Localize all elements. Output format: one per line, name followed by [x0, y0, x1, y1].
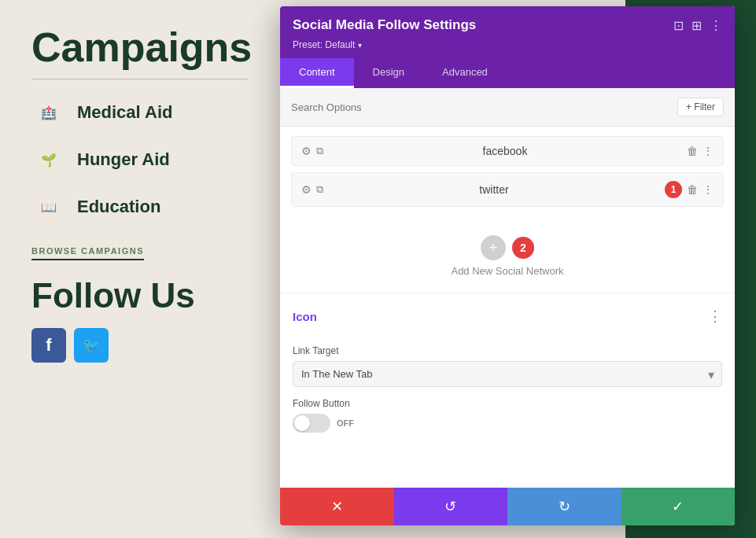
follow-button-field: Follow Button OFF	[280, 398, 735, 444]
toggle-knob	[294, 415, 310, 431]
add-social-label: Add New Social Network	[451, 265, 563, 277]
modal-body: + Filter ⚙ ⧉ facebook 🗑 ⋮ ⚙	[280, 88, 735, 488]
facebook-icon: f	[31, 328, 66, 363]
search-bar: + Filter	[280, 88, 735, 127]
toggle-off-label: OFF	[337, 418, 354, 428]
filter-button[interactable]: + Filter	[677, 98, 724, 116]
social-item-twitter: ⚙ ⧉ twitter 1 🗑 ⋮	[291, 172, 724, 207]
social-icons-row: f 🐦	[31, 328, 248, 363]
preset-label: Preset: Default	[293, 39, 355, 50]
redo-button[interactable]: ↻	[507, 488, 621, 525]
link-target-field: Link Target In The New Tab Same Tab New …	[280, 345, 735, 398]
icon-section-menu-icon[interactable]: ⋮	[708, 308, 722, 325]
facebook-delete-icon[interactable]: 🗑	[687, 145, 698, 157]
toggle-wrapper: OFF	[293, 414, 722, 433]
cancel-button[interactable]: ✕	[280, 488, 394, 525]
modal-header: Social Media Follow Settings ⊡ ⊞ ⋮ Prese…	[280, 6, 735, 58]
add-badge: 2	[512, 237, 534, 259]
link-target-select-wrapper: In The New Tab Same Tab New Window	[293, 361, 722, 387]
twitter-delete-icon[interactable]: 🗑	[687, 183, 698, 196]
twitter-name: twitter	[330, 183, 658, 196]
hunger-icon: 🌱	[31, 142, 66, 177]
modal-title: Social Media Follow Settings	[293, 17, 476, 33]
add-social-top: + 2	[481, 235, 534, 260]
settings-modal: Social Media Follow Settings ⊡ ⊞ ⋮ Prese…	[280, 6, 735, 525]
campaigns-divider	[31, 79, 248, 79]
link-target-label: Link Target	[293, 345, 722, 356]
education-icon: 📖	[31, 190, 66, 224]
follow-button-label: Follow Button	[293, 398, 722, 409]
modal-footer: ✕ ↺ ↻ ✓	[280, 488, 735, 525]
education-label: Education	[77, 197, 160, 217]
add-social-network[interactable]: + 2 Add New Social Network	[280, 223, 735, 289]
search-input[interactable]	[291, 101, 671, 113]
browse-campaigns-label: BROWSE CAMPAIGNS	[31, 246, 144, 260]
icon-section-title: Icon	[293, 310, 317, 323]
add-icon: +	[481, 235, 506, 260]
twitter-menu-icon[interactable]: ⋮	[703, 183, 714, 196]
modal-header-icons: ⊡ ⊞ ⋮	[673, 18, 722, 33]
left-panel: Campaigns 🏥 Medical Aid 🌱 Hunger Aid 📖 E…	[0, 0, 279, 538]
follow-button-toggle[interactable]	[293, 414, 330, 433]
facebook-gear-icon[interactable]: ⚙	[301, 145, 312, 157]
medical-icon: 🏥	[31, 95, 66, 130]
campaign-list: 🏥 Medical Aid 🌱 Hunger Aid 📖 Education	[31, 95, 248, 224]
social-item-facebook: ⚙ ⧉ facebook 🗑 ⋮	[291, 136, 724, 166]
undo-button[interactable]: ↺	[394, 488, 508, 525]
tab-design[interactable]: Design	[354, 58, 423, 88]
list-item: 🏥 Medical Aid	[31, 95, 248, 130]
preset-arrow: ▾	[358, 41, 362, 50]
modal-header-top: Social Media Follow Settings ⊡ ⊞ ⋮	[293, 17, 722, 33]
icon-section-header: Icon ⋮	[293, 308, 722, 325]
save-button[interactable]: ✓	[621, 488, 736, 525]
twitter-item-icons: ⚙ ⧉	[301, 183, 323, 196]
twitter-badge: 1	[665, 181, 682, 198]
tab-advanced[interactable]: Advanced	[423, 58, 507, 88]
facebook-name: facebook	[330, 145, 680, 157]
twitter-icon: 🐦	[74, 328, 109, 363]
campaigns-title: Campaigns	[31, 24, 248, 71]
modal-tabs: Content Design Advanced	[280, 58, 735, 88]
follow-us-title: Follow Us	[31, 276, 248, 315]
medical-label: Medical Aid	[77, 102, 172, 123]
icon-section: Icon ⋮	[280, 297, 735, 345]
icon-more[interactable]: ⋮	[710, 18, 722, 33]
facebook-menu-icon[interactable]: ⋮	[703, 145, 714, 157]
facebook-item-icons: ⚙ ⧉	[301, 145, 323, 157]
icon-resize-1[interactable]: ⊡	[673, 18, 684, 33]
social-network-list: ⚙ ⧉ facebook 🗑 ⋮ ⚙ ⧉ twitter 1 🗑	[280, 127, 735, 223]
facebook-copy-icon[interactable]: ⧉	[316, 145, 323, 157]
facebook-actions: 🗑 ⋮	[687, 145, 714, 157]
preset-selector[interactable]: Preset: Default ▾	[293, 39, 722, 50]
list-item: 📖 Education	[31, 190, 248, 224]
section-divider-1	[280, 293, 735, 293]
twitter-actions: 1 🗑 ⋮	[665, 181, 714, 198]
list-item: 🌱 Hunger Aid	[31, 142, 248, 177]
icon-resize-2[interactable]: ⊞	[691, 18, 702, 33]
twitter-gear-icon[interactable]: ⚙	[301, 183, 312, 196]
twitter-copy-icon[interactable]: ⧉	[316, 183, 323, 196]
tab-content[interactable]: Content	[280, 58, 354, 88]
link-target-select[interactable]: In The New Tab Same Tab New Window	[293, 361, 722, 387]
hunger-label: Hunger Aid	[77, 149, 170, 170]
